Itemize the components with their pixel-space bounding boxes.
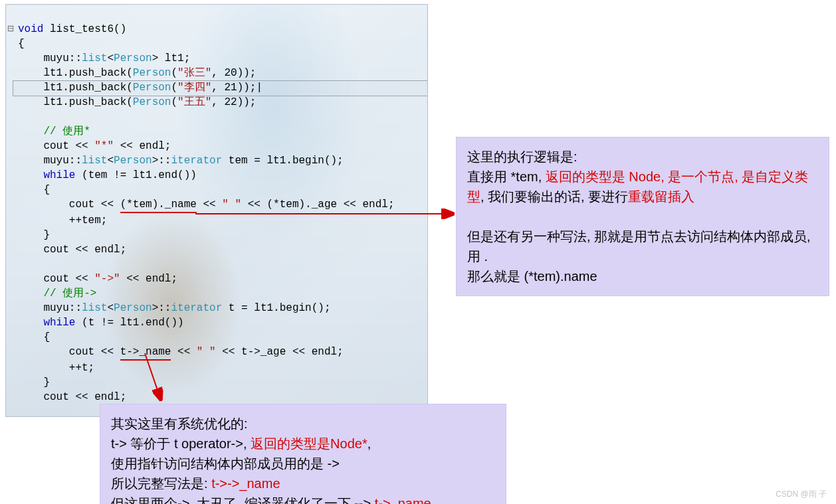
code-type: Person (114, 52, 152, 64)
arrow-top (193, 201, 459, 227)
code-type: iterator (171, 302, 222, 314)
annotation-line: 这里的执行逻辑是: (467, 147, 818, 167)
annotation-line: 所以完整写法是: t->->_name (111, 473, 495, 493)
code-text: cout << (18, 199, 120, 210)
code-text: ( (171, 67, 177, 79)
code-text: lt1.push_back( (18, 67, 133, 79)
annotation-line: 那么就是 (*tem).name (467, 266, 818, 286)
code-text: (tem != lt1.end()) (75, 169, 196, 181)
code-text: ( (171, 96, 177, 108)
code-text: t = lt1.begin(); (222, 302, 330, 314)
code-type: list (82, 155, 107, 167)
code-text: cout << (18, 140, 94, 152)
code-text: cout << (18, 273, 94, 285)
svg-line-1 (145, 353, 161, 400)
annotation-blank (467, 207, 818, 226)
code-comment: // 使用-> (18, 288, 96, 299)
code-text: } (18, 377, 50, 388)
code-string: "张三" (177, 67, 211, 79)
code-text: < (107, 155, 114, 167)
code-text: cout << endl; (18, 391, 126, 403)
code-string: "->" (94, 273, 120, 285)
code-string: "*" (94, 140, 114, 152)
code-type: Person (114, 302, 152, 314)
code-type: iterator (171, 155, 222, 167)
code-type: Person (133, 82, 171, 94)
code-text: ( (171, 82, 177, 94)
annotation-line: 直接用 *tem, 返回的类型是 Node, 是一个节点, 是自定义类型, 我们… (467, 167, 818, 207)
code-text (18, 317, 43, 329)
code-keyword: void (18, 23, 43, 35)
watermark: CSDN @雨 子 (776, 489, 827, 500)
code-text: { (18, 331, 50, 343)
annotation-line: 其实这里有系统优化的: (111, 414, 495, 434)
code-type: Person (114, 155, 152, 167)
arrow-bottom (133, 351, 173, 405)
annotation-line: t-> 等价于 t operator->, 返回的类型是Node*, (111, 434, 495, 454)
code-string: " " (197, 346, 216, 358)
code-text: << endl; (120, 273, 177, 285)
code-keyword: while (43, 317, 75, 329)
code-type: list (82, 52, 107, 64)
annotation-line: 使用指针访问结构体内部成员用的是 -> (111, 454, 495, 473)
code-text: < (107, 302, 114, 314)
annotation-line: 但这里两个->, 太丑了, 编译器优化了一下 --> t->_name (111, 493, 495, 504)
annotation-bottom: 其实这里有系统优化的: t-> 等价于 t operator->, 返回的类型是… (100, 404, 506, 504)
code-text: cout << endl; (18, 244, 126, 256)
code-text: << t->_age << endl; (216, 346, 344, 358)
code-text: << endl; (114, 140, 171, 152)
code-text: , 20)); (211, 67, 256, 79)
code-text: { (18, 184, 50, 196)
code-text: < (107, 52, 114, 64)
code-text: } (18, 229, 50, 241)
code-text: >:: (152, 155, 171, 167)
code-text: muyu:: (18, 302, 82, 314)
code-text: { (18, 38, 25, 50)
code-string: "李四" (177, 82, 211, 94)
annotation-line: 但是还有另一种写法, 那就是用节点去访问结构体内部成员, 用 . (467, 226, 818, 266)
code-type: Person (133, 67, 171, 79)
code-text: lt1.push_back( (18, 96, 133, 108)
code-text: muyu:: (18, 155, 82, 167)
code-text: (t != lt1.end()) (75, 317, 183, 329)
code-text: >:: (152, 302, 171, 314)
code-text (18, 169, 43, 181)
code-text: cout << (18, 346, 120, 358)
code-type: Person (133, 96, 171, 108)
code-text: tem = lt1.begin(); (222, 155, 343, 167)
code-text: << (171, 346, 196, 358)
code-text: muyu:: (18, 52, 82, 64)
code-text: ++tem; (18, 214, 107, 226)
code-comment: // 使用* (18, 126, 90, 137)
code-keyword: while (43, 169, 75, 181)
collapse-icon: ⊟ (7, 22, 14, 37)
code-text: , 22)); (211, 96, 256, 108)
annotation-top: 这里的执行逻辑是: 直接用 *tem, 返回的类型是 Node, 是一个节点, … (456, 137, 829, 296)
code-underlined: (*tem)._name (120, 197, 197, 213)
code-text: ++t; (18, 362, 94, 374)
code-text: > lt1; (152, 52, 191, 64)
code-text: , 21));| (211, 82, 262, 94)
code-text: list_test6() (43, 23, 126, 35)
code-text: lt1.push_back( (18, 82, 133, 94)
code-type: list (82, 302, 107, 314)
code-string: "王五" (177, 96, 211, 108)
